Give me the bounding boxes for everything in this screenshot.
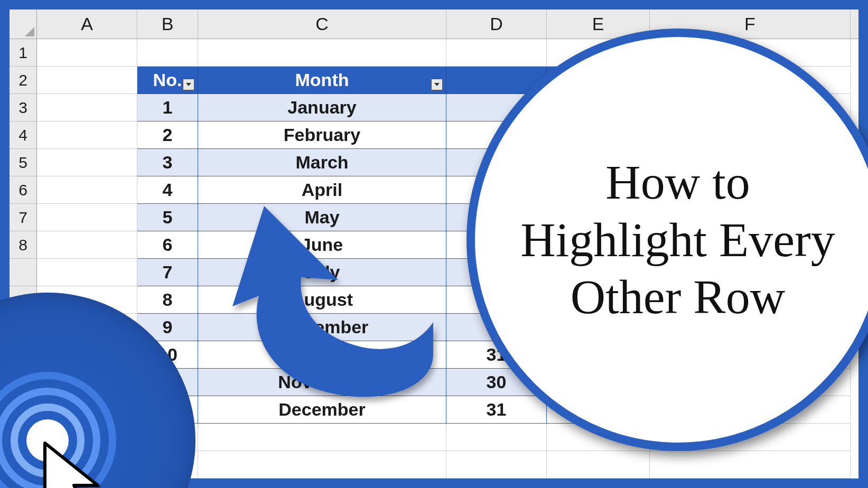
table-header-no[interactable]: No. <box>137 67 198 94</box>
row-header-1[interactable]: 1 <box>10 39 37 67</box>
row-header-8[interactable]: 8 <box>10 231 37 259</box>
cell-A6[interactable] <box>37 176 137 204</box>
table-header-month[interactable]: Month + <box>198 67 446 94</box>
table-header-month-label: Month <box>295 70 349 90</box>
row-header-5[interactable]: 5 <box>10 149 37 176</box>
cell-month[interactable]: June <box>198 231 446 259</box>
column-header-D[interactable]: D <box>446 10 547 39</box>
cell-month[interactable]: August <box>198 286 446 314</box>
select-all-corner[interactable] <box>10 10 37 39</box>
cell-month[interactable]: November <box>198 369 446 396</box>
cell-A9[interactable] <box>37 259 137 286</box>
column-header-C[interactable]: C <box>198 10 446 39</box>
row-header-3[interactable]: 3 <box>10 94 37 121</box>
cell-A3[interactable] <box>37 94 137 121</box>
cell-no[interactable]: 8 <box>137 286 198 314</box>
cell-no[interactable]: 7 <box>137 259 198 286</box>
table-header-no-label: No. <box>153 70 182 90</box>
cell-A1[interactable] <box>37 39 137 67</box>
cell-month[interactable]: April <box>198 176 446 204</box>
cell-month[interactable]: July <box>198 259 446 286</box>
cell-D1[interactable] <box>446 39 547 67</box>
click-ripple-icon <box>0 372 116 488</box>
cell-month[interactable]: March <box>198 149 446 176</box>
cell-month[interactable]: February <box>198 121 446 149</box>
row-header-4[interactable]: 4 <box>10 121 37 149</box>
column-header-B[interactable]: B <box>137 10 198 39</box>
cell-B1[interactable] <box>137 39 198 67</box>
cursor-arrow-icon <box>40 438 119 488</box>
cell-days[interactable]: 31 <box>446 396 547 424</box>
cell-no[interactable]: 1 <box>137 94 198 121</box>
cell-month[interactable]: January <box>198 94 446 121</box>
cell-month[interactable]: September <box>198 314 446 341</box>
cell-A5[interactable] <box>37 149 137 176</box>
cell-A7[interactable] <box>37 204 137 231</box>
cell-A4[interactable] <box>37 121 137 149</box>
row-header-6[interactable]: 6 <box>10 176 37 204</box>
cell-no[interactable]: 4 <box>137 176 198 204</box>
cell-month[interactable]: May <box>198 204 446 231</box>
column-header-row: A B C D E F <box>10 10 858 39</box>
title-text: How to Highlight Every Other Row <box>507 154 849 326</box>
column-header-A[interactable]: A <box>37 10 137 39</box>
svg-marker-0 <box>25 27 34 36</box>
cell-A2[interactable] <box>37 67 137 94</box>
cell-month[interactable]: December <box>198 396 446 424</box>
select-all-triangle-icon <box>25 27 34 36</box>
row-header-2[interactable]: 2 <box>10 67 37 94</box>
filter-dropdown-icon[interactable] <box>183 79 194 90</box>
title-circle: How to Highlight Every Other Row <box>466 29 868 451</box>
cell-C1[interactable] <box>198 39 446 67</box>
cell-no[interactable]: 5 <box>137 204 198 231</box>
cell-no[interactable]: 3 <box>137 149 198 176</box>
row-header-9[interactable] <box>10 259 37 286</box>
cell-A8[interactable] <box>37 231 137 259</box>
svg-marker-1 <box>45 443 98 488</box>
cell-no[interactable]: 6 <box>137 231 198 259</box>
cell-month[interactable]: October <box>198 341 446 369</box>
filter-dropdown-icon[interactable] <box>431 79 443 90</box>
row-header-7[interactable]: 7 <box>10 204 37 231</box>
cell-no[interactable]: 2 <box>137 121 198 149</box>
